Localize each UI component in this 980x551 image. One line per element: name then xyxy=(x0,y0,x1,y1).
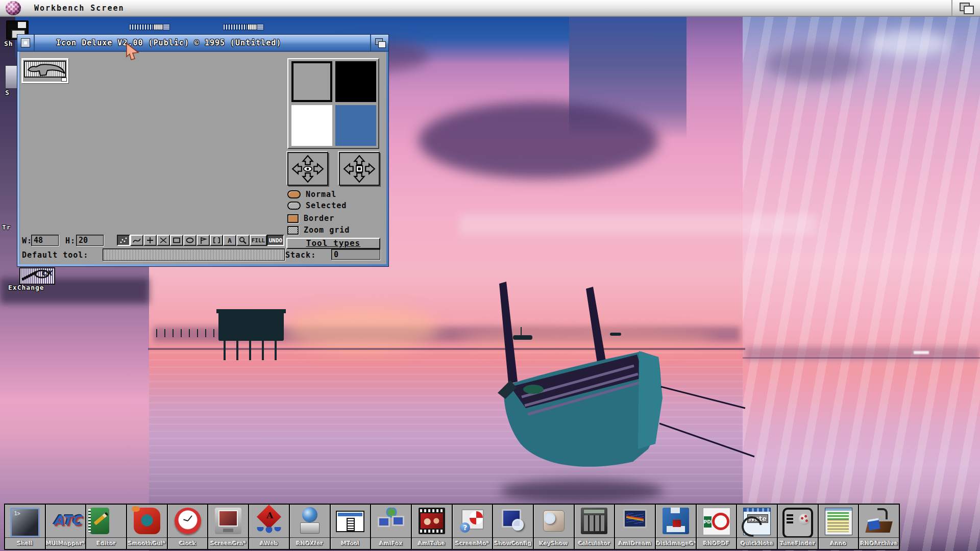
resize-handle[interactable] xyxy=(61,78,67,82)
dock-item-amitube[interactable]: AmiTube xyxy=(411,505,452,549)
tool-lines-button[interactable] xyxy=(157,235,170,246)
tool-curve-button[interactable] xyxy=(130,235,143,246)
tool-magnify-button[interactable] xyxy=(236,235,250,246)
dock-item-editor[interactable]: Editor xyxy=(85,505,126,549)
dock-item-quicknote[interactable]: NoteQuickNote xyxy=(736,505,777,549)
window-titlebar[interactable]: Icon Deluxe V2.00 (Public) © 1995 (Untit… xyxy=(17,35,388,52)
height-input[interactable]: 20 xyxy=(76,235,104,246)
dock-item-label: Shell xyxy=(5,537,45,549)
boing-ball-logo xyxy=(6,1,21,15)
dock-item-rnopdf[interactable]: PDFRNOPDF xyxy=(696,505,737,549)
keyshow-icon xyxy=(541,508,567,534)
screen-titlebar[interactable]: Workbench Screen xyxy=(0,0,980,17)
desktop-icon-label: S xyxy=(5,89,10,96)
default-tool-input[interactable] xyxy=(103,248,285,261)
tool-freehand-button[interactable] xyxy=(117,235,130,246)
dock-item-label: TuneFinder xyxy=(778,537,818,549)
dock-item-rnoarchive[interactable]: RNOArchive xyxy=(858,505,899,549)
palette-color-2[interactable] xyxy=(291,105,332,146)
dock-item-amidream[interactable]: AmiDream xyxy=(614,505,655,549)
move-normal-pad[interactable] xyxy=(287,152,328,186)
stack-label: Stack: xyxy=(285,251,316,260)
dock-item-label: ShowConfig xyxy=(493,537,533,549)
tunefinder-icon xyxy=(782,508,813,538)
tool-row: A FILL UNDO xyxy=(117,235,284,246)
dock-item-mtool[interactable]: MTool xyxy=(330,505,371,549)
color-palette xyxy=(287,58,379,149)
tool-select-button[interactable] xyxy=(210,235,223,246)
arrow-pad-image xyxy=(340,153,379,185)
tool-flag-fill-button[interactable] xyxy=(197,235,210,246)
dock-item-screengrab[interactable]: ScreenGra* xyxy=(207,505,248,549)
window-depth-gadget[interactable] xyxy=(370,35,388,51)
workbench-screen: Workbench Screen Sh S Tr CX ExChange Ico… xyxy=(0,0,980,551)
dock-item-showconfig[interactable]: ShowConfig xyxy=(492,505,533,549)
checkbox-unchecked-icon[interactable] xyxy=(287,226,299,235)
dock-item-label: AWeb xyxy=(249,537,289,549)
dock-item-tunefinder[interactable]: TuneFinder xyxy=(777,505,818,549)
dock-item-diskimagegui[interactable]: DiskImageG* xyxy=(655,505,696,549)
iconified-window-bar-1[interactable] xyxy=(129,24,170,30)
dock-item-aweb[interactable]: AAWeb xyxy=(248,505,289,549)
shell-icon-text: 1> xyxy=(14,511,20,516)
amidream-icon xyxy=(622,508,648,534)
dock-item-label: ScreenMo* xyxy=(453,537,493,549)
width-input[interactable]: 48 xyxy=(31,235,59,246)
dock-item-keyshow[interactable]: KeyShow xyxy=(533,505,574,549)
dock-item-label: Anno xyxy=(819,537,859,549)
amifox-icon xyxy=(378,508,404,534)
boat-silhouette xyxy=(498,282,754,467)
diskimagegui-icon xyxy=(663,508,689,534)
option-label: Border xyxy=(304,214,334,223)
tool-crosshair-button[interactable] xyxy=(143,235,157,246)
mtool-icon xyxy=(336,511,364,532)
height-label: H: xyxy=(65,236,76,245)
palette-color-0[interactable] xyxy=(291,61,332,102)
editor-icon xyxy=(90,508,109,534)
radio-unselected-icon[interactable] xyxy=(287,202,301,210)
view-mode-selected[interactable]: Selected xyxy=(287,201,347,210)
palette-color-3[interactable] xyxy=(335,105,376,146)
dock-item-clock[interactable]: Clock xyxy=(167,505,208,549)
icon-preview[interactable] xyxy=(21,58,68,83)
dock-item-label: AmiDream xyxy=(615,537,655,549)
option-border[interactable]: Border xyxy=(287,214,334,223)
close-gadget[interactable] xyxy=(17,35,35,51)
dock-item-smoothgui[interactable]: SmoothGui* xyxy=(126,505,167,549)
palette-color-1[interactable] xyxy=(335,61,376,102)
aweb-icon: A xyxy=(256,508,282,534)
dock-item-shell[interactable]: 1>Shell xyxy=(5,505,45,549)
tool-types-button[interactable]: Tool types xyxy=(286,238,380,249)
window-body: Normal Selected Border Zoom grid Tool ty… xyxy=(19,52,386,264)
dock-item-label: MTool xyxy=(331,537,371,549)
icon-deluxe-window: Icon Deluxe V2.00 (Public) © 1995 (Untit… xyxy=(17,34,389,267)
stack-input[interactable]: 0 xyxy=(331,249,380,260)
dock-item-anno[interactable]: Anno xyxy=(818,505,859,549)
shell-icon: 1> xyxy=(10,508,40,537)
dock-item-label: AmiTube xyxy=(412,537,452,549)
screen-depth-gadget[interactable] xyxy=(951,0,980,16)
dock-item-muimapparium[interactable]: ATCMUIMappar* xyxy=(45,505,86,549)
dock-item-calculator[interactable]: Calculator xyxy=(574,505,615,549)
dock-item-amifox[interactable]: AmiFox xyxy=(370,505,411,549)
checkbox-checked-icon[interactable] xyxy=(287,214,299,223)
screengrab-icon xyxy=(215,508,241,534)
icon-canvas xyxy=(24,61,66,78)
tool-rectangle-button[interactable] xyxy=(170,235,183,246)
tool-text-button[interactable]: A xyxy=(223,235,236,246)
radio-selected-icon[interactable] xyxy=(287,190,301,198)
screenmode-icon: ? xyxy=(459,508,485,534)
dock-item-rnoxfer[interactable]: RNOXfer xyxy=(289,505,330,549)
view-mode-normal[interactable]: Normal xyxy=(287,190,336,199)
dock-item-label: RNOPDF xyxy=(697,537,737,549)
dock: 1>ShellATCMUIMappar*EditorSmoothGui*Cloc… xyxy=(4,504,900,550)
fill-button[interactable]: FILL xyxy=(250,235,267,246)
desktop-icon-exchange[interactable]: CX xyxy=(19,267,55,285)
option-zoom-grid[interactable]: Zoom grid xyxy=(287,226,350,235)
undo-button[interactable]: UNDO xyxy=(267,235,284,246)
move-selected-pad[interactable] xyxy=(339,152,380,186)
tool-ellipse-button[interactable] xyxy=(183,235,197,246)
dock-item-screenmode[interactable]: ?ScreenMo* xyxy=(452,505,493,549)
window-title: Icon Deluxe V2.00 (Public) © 1995 (Untit… xyxy=(56,38,281,47)
iconified-window-bar-2[interactable] xyxy=(223,24,264,30)
